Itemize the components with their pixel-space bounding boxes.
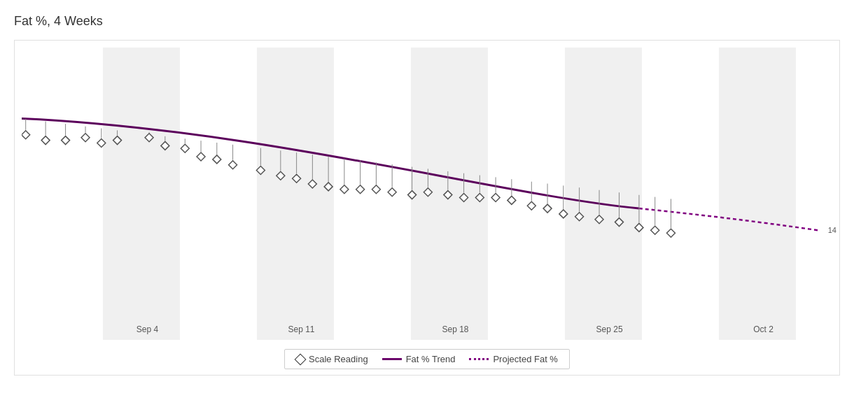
x-axis-label: Sep 11 — [288, 324, 314, 334]
data-point-diamond — [229, 161, 237, 169]
trend-line-dotted — [639, 208, 818, 230]
data-point-diamond — [372, 185, 380, 194]
x-axis: Sep 4Sep 11Sep 18Sep 25Oct 2 — [22, 324, 832, 338]
data-point-diamond — [460, 194, 468, 202]
data-point-diamond — [41, 136, 50, 145]
data-point-diamond — [475, 194, 484, 202]
data-point-diamond — [595, 215, 603, 224]
legend-fat-trend: Fat % Trend — [382, 354, 456, 364]
data-point-diamond — [113, 136, 122, 145]
data-point-diamond — [81, 134, 90, 142]
dotted-line-icon — [469, 358, 489, 360]
data-point-diamond — [276, 171, 285, 180]
chart-area — [22, 48, 832, 340]
data-point-diamond — [22, 131, 30, 139]
data-point-diamond — [213, 155, 221, 164]
data-point-diamond — [293, 174, 301, 183]
data-point-diamond — [527, 201, 536, 210]
data-point-diamond — [161, 141, 169, 150]
chart-legend: Scale Reading Fat % Trend Projected Fat … — [284, 349, 570, 369]
legend-scale-label: Scale Reading — [309, 354, 368, 364]
data-point-diamond — [651, 226, 659, 234]
legend-projected-label: Projected Fat % — [493, 354, 558, 364]
trend-line-solid — [22, 118, 639, 208]
data-point-diamond — [97, 139, 106, 148]
chart-title: Fat %, 4 Weeks — [14, 14, 854, 29]
data-point-diamond — [181, 144, 189, 152]
data-point-diamond — [62, 136, 70, 145]
data-point-diamond — [408, 191, 416, 199]
chart-container: Sep 4Sep 11Sep 18Sep 25Oct 2 14 Scale Re… — [14, 40, 840, 376]
data-point-diamond — [388, 188, 396, 197]
data-point-diamond — [324, 183, 332, 191]
data-point-diamond — [256, 166, 265, 175]
data-point-diamond — [145, 134, 153, 142]
data-point-diamond — [575, 213, 584, 221]
data-point-diamond — [197, 152, 205, 161]
legend-scale-reading: Scale Reading — [296, 354, 368, 364]
data-point-diamond — [308, 180, 316, 188]
legend-projected-fat: Projected Fat % — [469, 354, 558, 364]
data-point-diamond — [543, 204, 552, 213]
data-point-diamond — [635, 223, 643, 231]
data-point-diamond — [444, 191, 452, 199]
diamond-icon — [295, 353, 307, 365]
data-point-diamond — [507, 196, 516, 204]
data-point-diamond — [666, 229, 675, 237]
data-point-diamond — [356, 185, 365, 194]
x-axis-label: Sep 4 — [136, 324, 158, 334]
solid-line-icon — [382, 358, 402, 360]
x-axis-label: Sep 25 — [596, 324, 623, 334]
data-point-diamond — [424, 188, 432, 197]
data-point-diamond — [559, 210, 568, 218]
chart-svg — [22, 48, 832, 340]
x-axis-label: Oct 2 — [753, 324, 774, 334]
data-point-diamond — [615, 218, 624, 227]
x-axis-label: Sep 18 — [442, 324, 468, 334]
data-point-diamond — [491, 194, 500, 202]
legend-fat-trend-label: Fat % Trend — [406, 354, 456, 364]
data-point-diamond — [340, 185, 349, 194]
value-label: 14 — [828, 226, 836, 234]
